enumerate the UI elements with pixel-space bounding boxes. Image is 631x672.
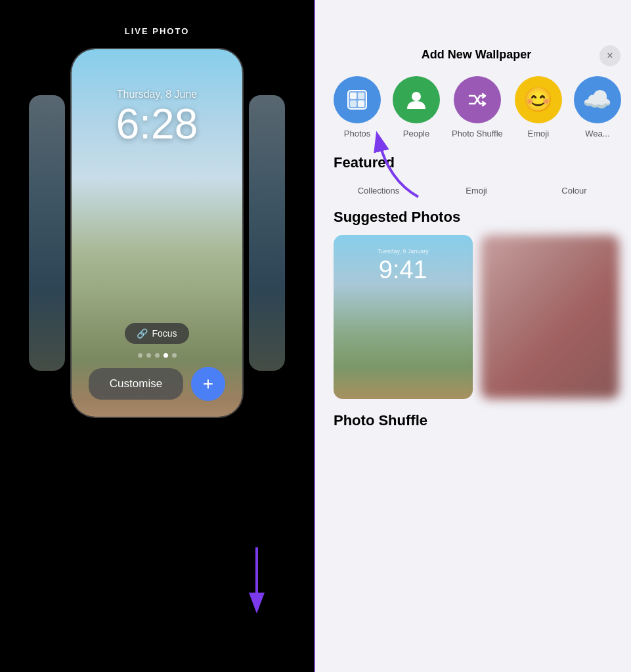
right-panel: Add New Wallpaper × Photos: [315, 0, 631, 672]
svg-rect-2: [350, 93, 357, 99]
dot-2: [146, 353, 151, 358]
wallpaper-type-photos[interactable]: Photos: [334, 76, 381, 138]
wallpaper-type-shuffle[interactable]: Photo Shuffle: [452, 76, 503, 138]
dots-row: [138, 353, 177, 358]
phone-side-right: [249, 95, 285, 371]
wallpaper-types-row: Photos People: [322, 70, 631, 148]
modal-sheet: Add New Wallpaper × Photos: [322, 36, 631, 672]
shuffle-icon: [454, 76, 501, 123]
phone-bottom-area: 🔗 Focus Customise +: [72, 312, 242, 417]
photos-label: Photos: [344, 129, 370, 138]
svg-point-6: [412, 92, 421, 101]
photo-shuffle-title: Photo Shuffle: [334, 412, 619, 429]
suggested-beach-time: 9:41: [379, 256, 427, 284]
phone-main: Thursday, 8 June 6:28 🔗 Focus Customise: [72, 49, 242, 417]
focus-icon: 🔗: [137, 328, 148, 339]
plus-button[interactable]: +: [191, 367, 225, 401]
emoji-card-label: Emoji: [466, 186, 487, 196]
featured-emoji[interactable]: 📎 📎 📎 📎 📎 📎 📎 📎 📎 📎 📎 📎: [431, 180, 521, 196]
modal-title: Add New Wallpaper: [422, 48, 531, 62]
weather-label: Wea...: [585, 129, 609, 138]
weather-icon: ☁️: [574, 76, 621, 123]
emoji-label: Emoji: [528, 129, 550, 138]
suggested-beach-date: Tuesday, 9 January: [378, 248, 429, 255]
people-label: People: [403, 129, 429, 138]
phone-actions: Customise +: [82, 367, 232, 401]
live-photo-label: LIVE PHOTO: [125, 26, 190, 36]
people-icon: [393, 76, 440, 123]
dot-1: [138, 353, 142, 358]
phone-side-left: [29, 95, 65, 371]
wallpaper-type-emoji[interactable]: 😊 Emoji: [515, 76, 562, 138]
suggested-row: Tuesday, 9 January 9:41: [334, 235, 619, 399]
suggested-beach[interactable]: Tuesday, 9 January 9:41: [334, 235, 473, 399]
focus-pill: 🔗 Focus: [125, 323, 188, 344]
focus-label: Focus: [152, 328, 177, 339]
dot-3: [155, 353, 160, 358]
featured-collections[interactable]: Tuesday, 9 January 9:41 Collections: [334, 180, 424, 196]
left-panel: LIVE PHOTO Thursday, 8 June 6:28 🔗 Focus: [0, 0, 315, 672]
svg-rect-5: [358, 100, 364, 107]
colour-label: Colour: [561, 186, 586, 196]
emoji-icon-btn: 😊: [515, 76, 562, 123]
svg-rect-4: [350, 100, 357, 107]
phone-mockup-container: Thursday, 8 June 6:28 🔗 Focus Customise: [29, 49, 285, 417]
featured-colour[interactable]: 9:41 Colour: [529, 180, 619, 196]
phone-date: Thursday, 8 June: [117, 89, 197, 100]
featured-title: Featured: [334, 154, 619, 171]
close-button[interactable]: ×: [599, 45, 620, 66]
svg-rect-3: [358, 93, 364, 99]
shuffle-label: Photo Shuffle: [452, 129, 503, 138]
collections-label: Collections: [358, 186, 400, 196]
content-area: Featured Tuesday, 9 January 9:41 Collect…: [322, 148, 631, 672]
photos-icon: [334, 76, 381, 123]
suggested-blurred[interactable]: [481, 235, 620, 399]
suggested-title: Suggested Photos: [334, 209, 619, 226]
arrow-to-plus: [234, 547, 280, 613]
phone-time: 6:28: [116, 103, 198, 145]
featured-row: Tuesday, 9 January 9:41 Collections 📎 📎 …: [334, 180, 619, 196]
modal-header: Add New Wallpaper ×: [322, 36, 631, 70]
dot-5: [172, 353, 177, 358]
customise-button[interactable]: Customise: [89, 368, 183, 400]
wallpaper-type-people[interactable]: People: [393, 76, 440, 138]
wallpaper-type-weather[interactable]: ☁️ Wea...: [574, 76, 621, 138]
dot-4-active: [163, 353, 168, 358]
